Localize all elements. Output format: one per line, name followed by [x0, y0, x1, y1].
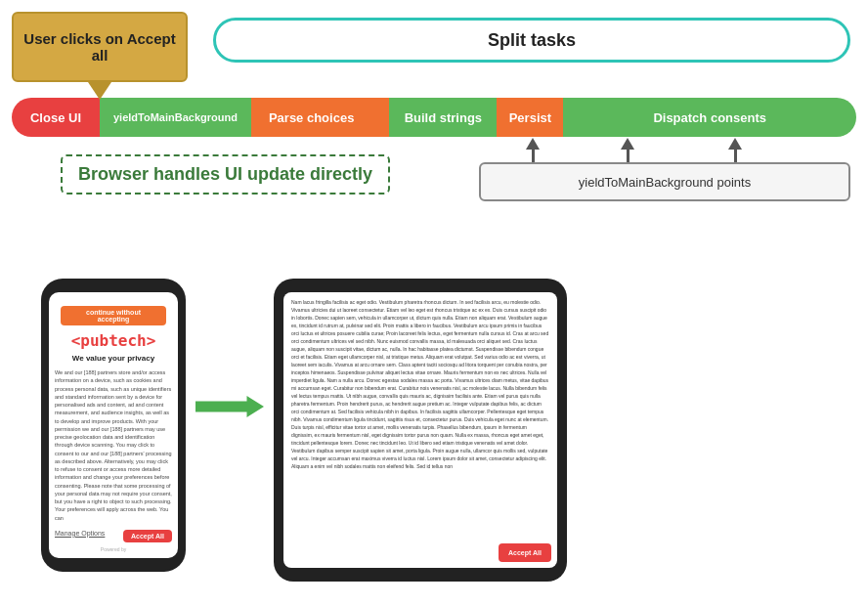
diagram-area: User clicks on Accept all Split tasks Cl…	[0, 0, 868, 283]
phone2-accept-all-overlay[interactable]: Accept All	[499, 543, 551, 562]
arrow-down-from-user	[88, 82, 111, 100]
phone1-footer: Manage Options Accept All	[55, 530, 172, 542]
phone1-continue-btn: continue without accepting	[61, 306, 166, 325]
yield-points-box: yieldToMainBackground points	[479, 162, 850, 201]
phones-area: continue without accepting <pubtech> We …	[12, 279, 856, 601]
phone1: continue without accepting <pubtech> We …	[41, 279, 186, 572]
user-clicks-label: User clicks on Accept all	[14, 30, 186, 64]
phone1-powered-by: Powered by	[101, 546, 126, 552]
pipe-build-strings: Build strings	[389, 98, 497, 137]
phone1-screen: continue without accepting <pubtech> We …	[49, 292, 178, 558]
arrow-between-body	[195, 396, 264, 417]
pipe-dispatch-consents: Dispatch consents	[563, 98, 856, 137]
browser-handles-box: Browser handles UI update directly	[61, 154, 390, 194]
phone1-brand: <pubtech>	[71, 331, 156, 350]
split-tasks-pill: Split tasks	[213, 18, 850, 63]
pipeline-row: Close UI yieldToMainBackground Parse cho…	[12, 98, 856, 137]
phone2-lorem: Nam lacus fringilla facilisis ac eget od…	[291, 298, 549, 470]
pipe-close-ui: Close UI	[12, 98, 100, 137]
pipe-persist: Persist	[497, 98, 563, 137]
phone1-body: We and our [188] partners store and/or a…	[55, 368, 172, 522]
phone2: Nam lacus fringilla facilisis ac eget od…	[274, 279, 567, 582]
user-clicks-box: User clicks on Accept all	[12, 12, 188, 82]
phone2-screen: Nam lacus fringilla facilisis ac eget od…	[283, 292, 557, 568]
pipe-parse-choices: Parse choices	[251, 98, 371, 137]
pipe-yield-to-main: yieldToMainBackground	[100, 98, 251, 137]
phone1-subtitle: We value your privacy	[72, 354, 154, 363]
split-tasks-label: Split tasks	[488, 30, 576, 51]
phone1-accept-all-btn[interactable]: Accept All	[123, 530, 172, 542]
phone1-manage-options[interactable]: Manage Options	[55, 530, 105, 542]
pipe-connector-1	[371, 98, 389, 137]
arrow-between-phones	[195, 396, 264, 417]
